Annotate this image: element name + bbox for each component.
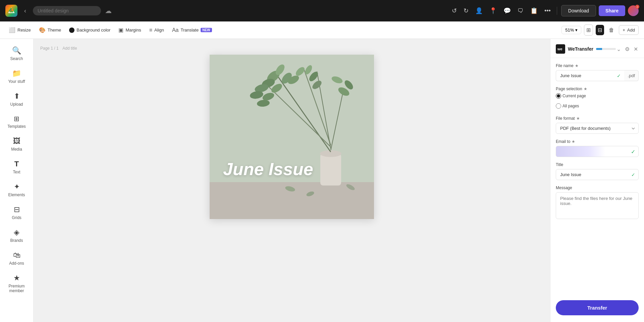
download-button[interactable]: Download bbox=[561, 5, 596, 16]
theme-button[interactable]: 🎨 Theme bbox=[36, 25, 64, 35]
cloud-save-icon: ☁ bbox=[105, 7, 112, 15]
sidebar-item-elements[interactable]: ✦ Elements bbox=[3, 179, 31, 201]
translate-icon: Aa bbox=[172, 27, 179, 33]
undo-button[interactable]: ↺ bbox=[450, 5, 459, 16]
all-pages-option[interactable]: All pages bbox=[556, 103, 639, 109]
email-to-input[interactable] bbox=[556, 146, 639, 157]
avatar-badge: 2 bbox=[635, 5, 639, 9]
transfer-btn-wrap: Transfer bbox=[550, 300, 644, 322]
panel-title-area: WeTransfer bbox=[568, 46, 616, 52]
redo-button[interactable]: ↻ bbox=[462, 5, 471, 16]
sidebar-item-templates[interactable]: ⊞ Templates bbox=[3, 111, 31, 132]
required-star-2: ★ bbox=[584, 87, 587, 91]
current-page-option[interactable]: Current page bbox=[556, 93, 639, 99]
sidebar-item-grids[interactable]: ⊟ Grids bbox=[3, 202, 31, 223]
more-button[interactable]: ••• bbox=[542, 5, 553, 16]
align-button[interactable]: ≡ Align bbox=[146, 25, 167, 35]
canvas-page[interactable]: June Issue bbox=[210, 55, 374, 219]
message-textarea[interactable] bbox=[556, 192, 639, 219]
design-title-text: June Issue bbox=[223, 160, 313, 179]
share-button[interactable]: Share bbox=[599, 5, 625, 16]
add-button[interactable]: + Add bbox=[619, 25, 639, 35]
sidebar-item-brands[interactable]: ◈ Brands bbox=[3, 225, 31, 246]
collaborators-button[interactable]: 👤 bbox=[473, 5, 485, 16]
comment-button[interactable]: 💬 bbox=[501, 5, 513, 16]
sidebar-item-search[interactable]: 🔍 Search bbox=[3, 43, 31, 64]
media-icon: 🖼 bbox=[13, 137, 20, 146]
chat-button[interactable]: 🗨 bbox=[516, 5, 526, 16]
required-star-4: ★ bbox=[572, 139, 575, 144]
sidebar-item-upload[interactable]: ⬆ Upload bbox=[3, 89, 31, 110]
upload-icon: ⬆ bbox=[14, 92, 20, 101]
page-selection-radio-group: Current page All pages bbox=[556, 93, 639, 111]
plus-icon: + bbox=[623, 28, 625, 33]
translate-badge: NEW bbox=[201, 28, 212, 32]
page-selection-field: Page selection ★ Current page All pages bbox=[556, 87, 639, 111]
sidebar: 🔍 Search 📁 Your stuff ⬆ Upload ⊞ Templat… bbox=[0, 39, 34, 322]
search-icon: 🔍 bbox=[12, 46, 21, 55]
all-pages-radio[interactable] bbox=[556, 103, 561, 109]
title-check-icon: ✓ bbox=[631, 172, 635, 177]
text-icon: T bbox=[14, 160, 19, 168]
brands-icon: ◈ bbox=[14, 228, 19, 237]
document-title-input[interactable] bbox=[33, 6, 101, 15]
resize-button[interactable]: ⬜ Resize bbox=[5, 25, 34, 35]
chevron-down-icon: ▾ bbox=[575, 28, 578, 33]
email-check-icon: ✓ bbox=[631, 148, 635, 155]
svg-rect-8 bbox=[320, 154, 341, 185]
file-name-check-icon: ✓ bbox=[617, 73, 621, 78]
grids-icon: ⊟ bbox=[14, 205, 20, 214]
design-background: June Issue bbox=[210, 55, 374, 219]
message-field: Message bbox=[556, 185, 639, 220]
sidebar-item-addons[interactable]: 🛍 Add-ons bbox=[3, 248, 31, 269]
title-input[interactable] bbox=[556, 169, 639, 180]
elements-icon: ✦ bbox=[14, 182, 20, 191]
back-button[interactable]: ‹ bbox=[21, 6, 29, 16]
panel-settings-button[interactable]: ⚙ bbox=[624, 45, 630, 53]
page-label: Page 1 / 1 Add title bbox=[40, 46, 77, 51]
bg-color-icon bbox=[69, 28, 74, 33]
current-page-radio[interactable] bbox=[556, 93, 561, 99]
panel-close-button[interactable]: ✕ bbox=[633, 45, 639, 53]
file-format-label: File format ★ bbox=[556, 116, 639, 121]
align-icon: ≡ bbox=[149, 27, 152, 33]
add-title-hint[interactable]: Add title bbox=[62, 46, 77, 51]
bg-color-button[interactable]: Background color bbox=[66, 25, 114, 35]
file-name-field: File name ★ ✓ .pdf bbox=[556, 63, 639, 81]
panel-chevron-button[interactable]: ⌄ bbox=[616, 45, 622, 53]
wetransfer-panel: we WeTransfer ⌄ ⚙ ✕ File name ★ bbox=[550, 39, 644, 322]
toolbar-right: 51% ▾ ⊞ ⊟ 🗑 + Add bbox=[561, 24, 639, 36]
sidebar-item-media[interactable]: 🖼 Media bbox=[3, 133, 31, 155]
panel-brand-name: WeTransfer bbox=[568, 46, 593, 52]
topbar: ‹ ☁ ↺ ↻ 👤 📍 💬 🗨 📋 ••• Download Share 2 bbox=[0, 0, 644, 21]
panel-logo-bar bbox=[596, 48, 616, 50]
share-screen-button[interactable]: 📋 bbox=[528, 5, 540, 16]
zoom-control[interactable]: 51% ▾ bbox=[561, 26, 581, 34]
avatar[interactable]: 2 bbox=[628, 5, 639, 16]
sidebar-item-your-stuff[interactable]: 📁 Your stuff bbox=[3, 66, 31, 87]
topbar-actions: ↺ ↻ 👤 📍 💬 🗨 📋 ••• Download Share 2 bbox=[450, 5, 639, 16]
app-logo[interactable] bbox=[5, 5, 17, 17]
template-view-button[interactable]: ⊞ bbox=[584, 24, 593, 36]
canvas-area: Page 1 / 1 Add title ✕ bbox=[34, 39, 550, 322]
sidebar-item-text[interactable]: T Text bbox=[3, 156, 31, 178]
page-selection-label: Page selection ★ bbox=[556, 87, 639, 91]
file-extension: .pdf bbox=[624, 70, 639, 81]
title-label: Title bbox=[556, 162, 639, 167]
topbar-divider bbox=[557, 7, 557, 15]
premium-icon: ★ bbox=[13, 274, 20, 282]
translate-button[interactable]: Aa Translate NEW bbox=[169, 25, 215, 35]
file-format-select[interactable]: PDF (Best for documents) PNG JPG SVG bbox=[556, 123, 639, 134]
email-to-label: Email to ★ bbox=[556, 139, 639, 144]
panel-header: we WeTransfer ⌄ ⚙ ✕ bbox=[550, 39, 644, 58]
margins-button[interactable]: ▣ Margins bbox=[115, 25, 144, 35]
sidebar-item-premium[interactable]: ★ Premium member bbox=[3, 270, 31, 297]
file-name-label: File name ★ bbox=[556, 63, 639, 68]
location-button[interactable]: 📍 bbox=[487, 5, 499, 16]
page-view-button[interactable]: ⊟ bbox=[596, 25, 604, 35]
theme-icon: 🎨 bbox=[39, 27, 46, 33]
transfer-button[interactable]: Transfer bbox=[556, 300, 639, 315]
required-star-3: ★ bbox=[576, 116, 580, 121]
file-name-input[interactable] bbox=[556, 70, 624, 81]
delete-button[interactable]: 🗑 bbox=[607, 25, 616, 35]
